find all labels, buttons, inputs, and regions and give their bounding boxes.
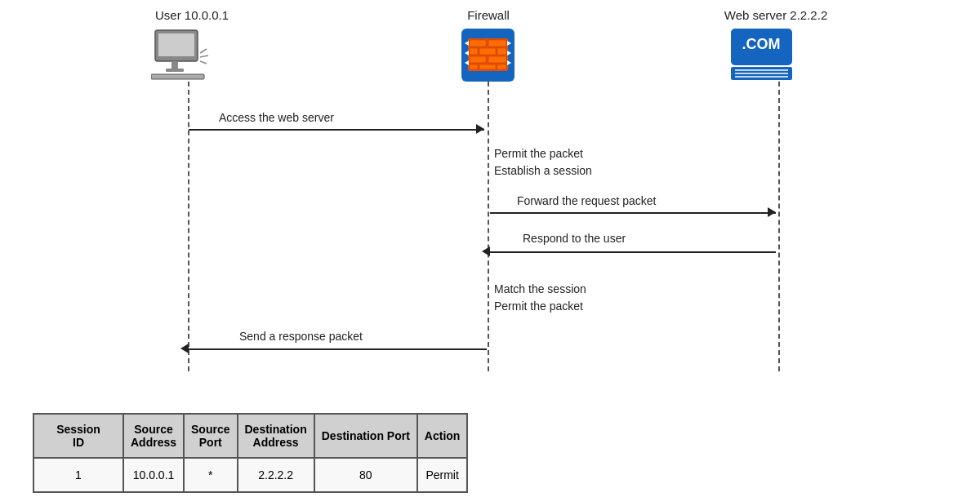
svg-rect-11 xyxy=(488,40,506,47)
webserver-dashed-line xyxy=(778,82,780,371)
webserver-icon: .COM xyxy=(727,29,796,85)
table-row: 1 10.0.0.1 * 2.2.2.2 80 Permit xyxy=(33,458,467,492)
arrow6-label: Send a response packet xyxy=(239,330,363,343)
col-source-address: SourceAddress xyxy=(123,414,184,458)
svg-rect-19 xyxy=(497,64,506,69)
arrow6-head xyxy=(180,344,189,353)
svg-rect-1 xyxy=(158,33,194,56)
svg-rect-14 xyxy=(497,48,506,55)
svg-rect-10 xyxy=(470,40,486,47)
svg-text:.COM: .COM xyxy=(742,36,781,52)
cell-action: Permit xyxy=(417,458,468,492)
user-dashed-line xyxy=(188,82,189,371)
svg-line-7 xyxy=(200,61,207,64)
svg-rect-2 xyxy=(172,61,178,69)
arrow3-line xyxy=(490,212,776,214)
arrow5-label: Match the sessionPermit the packet xyxy=(494,281,586,315)
arrow3-head xyxy=(768,207,776,217)
user-icon xyxy=(151,29,212,85)
svg-rect-4 xyxy=(151,74,204,79)
cell-source-address: 10.0.0.1 xyxy=(123,458,184,492)
cell-session-id: 1 xyxy=(33,458,123,492)
diagram-area: User 10.0.0.1 Firewall Web server 2.2.2.… xyxy=(0,0,980,384)
svg-rect-13 xyxy=(479,48,496,55)
webserver-label: Web server 2.2.2.2 xyxy=(694,8,858,22)
arrow1-label: Access the web server xyxy=(219,111,334,124)
col-source-port: SourcePort xyxy=(184,414,237,458)
user-label: User 10.0.0.1 xyxy=(139,8,245,22)
cell-destination-port: 80 xyxy=(314,458,417,492)
col-session-id: SessionID xyxy=(33,414,123,458)
svg-line-6 xyxy=(200,55,208,57)
arrow2-label: Permit the packetEstablish a session xyxy=(494,145,592,180)
session-table: SessionID SourceAddress SourcePort Desti… xyxy=(33,413,468,493)
col-destination-address: DestinationAddress xyxy=(238,414,314,458)
svg-rect-18 xyxy=(479,64,496,69)
svg-rect-15 xyxy=(470,56,486,63)
col-action: Action xyxy=(417,414,468,458)
arrow1-line xyxy=(189,129,484,131)
arrow3-label: Forward the request packet xyxy=(517,194,656,207)
firewall-dashed-line xyxy=(488,82,489,371)
svg-line-5 xyxy=(200,49,207,53)
firewall-icon xyxy=(461,29,514,85)
col-destination-port: Destination Port xyxy=(314,414,417,458)
arrow6-line xyxy=(189,348,487,350)
svg-rect-3 xyxy=(166,69,184,72)
firewall-label: Firewall xyxy=(456,8,521,22)
svg-rect-16 xyxy=(488,56,506,63)
arrow1-head xyxy=(476,124,484,134)
arrow4-head xyxy=(482,246,490,256)
arrow4-label: Respond to the user xyxy=(523,232,626,245)
arrow4-line xyxy=(490,251,776,253)
cell-destination-address: 2.2.2.2 xyxy=(238,458,314,492)
svg-rect-17 xyxy=(470,64,478,69)
cell-source-port: * xyxy=(184,458,237,492)
svg-rect-12 xyxy=(470,48,478,55)
